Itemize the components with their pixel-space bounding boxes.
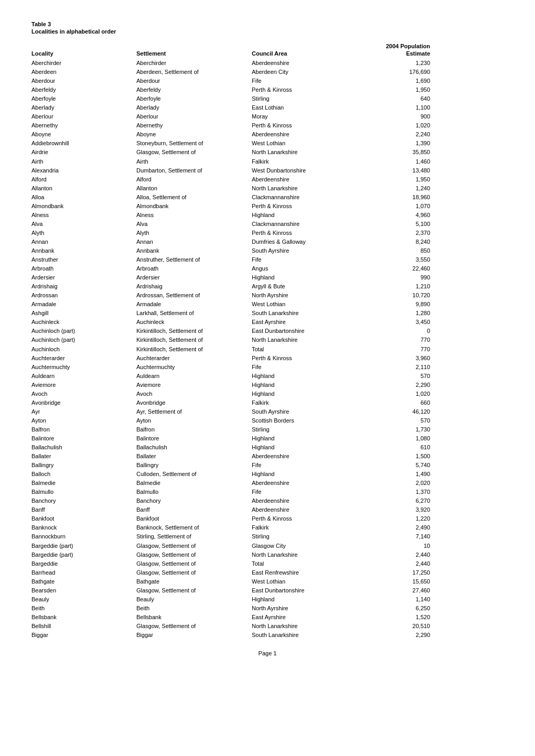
pop-cell: 1,520: [357, 613, 430, 622]
pop-cell: 3,450: [357, 318, 430, 327]
table-row: BeithBeithNorth Ayrshire6,250: [31, 604, 504, 613]
locality-cell: Aberdeen: [31, 68, 136, 77]
settlement-cell: Avoch: [136, 390, 252, 398]
settlement-cell: Aberfeldy: [136, 85, 252, 94]
pop-cell: 1,020: [357, 390, 430, 398]
settlement-cell: Banknock, Settlement of: [136, 523, 252, 532]
estimate-header: Estimate: [357, 50, 430, 57]
pop-cell: 1,390: [357, 139, 430, 148]
table-row: AlythAlythPerth & Kinross2,370: [31, 229, 504, 237]
table-row: Bargeddie (part)Glasgow, Settlement ofNo…: [31, 550, 504, 559]
locality-cell: Ballachulish: [31, 443, 136, 452]
pop-cell: 1,370: [357, 488, 430, 496]
council-cell: Fife: [252, 461, 357, 470]
pop-cell: 20,510: [357, 622, 430, 631]
locality-cell: Annan: [31, 237, 136, 246]
table-row: ArmadaleArmadaleWest Lothian9,890: [31, 300, 504, 309]
locality-cell: Bannockburn: [31, 532, 136, 541]
locality-cell: Ardrossan: [31, 291, 136, 300]
settlement-cell: Glasgow, Settlement of: [136, 559, 252, 568]
table-row: AberfeldyAberfeldyPerth & Kinross1,950: [31, 85, 504, 94]
table-row: AboyneAboyneAberdeenshire2,240: [31, 130, 504, 139]
locality-cell: Armadale: [31, 300, 136, 309]
settlement-header: Settlement: [136, 50, 252, 57]
settlement-cell: Abernethy: [136, 121, 252, 130]
pop-cell: 2,020: [357, 479, 430, 488]
settlement-cell: Kirkintilloch, Settlement of: [136, 345, 252, 354]
table-body: AberchirderAberchirderAberdeenshire1,230…: [31, 59, 504, 640]
table-row: AuchtermuchtyAuchtermuchtyFife2,110: [31, 363, 504, 372]
pop-cell: 176,690: [357, 68, 430, 77]
pop-cell: 990: [357, 273, 430, 282]
locality-cell: Alford: [31, 175, 136, 184]
settlement-cell: Kirkintilloch, Settlement of: [136, 327, 252, 336]
council-cell: Stirling: [252, 425, 357, 434]
settlement-cell: Glasgow, Settlement of: [136, 622, 252, 631]
table-row: BearsdenGlasgow, Settlement ofEast Dunba…: [31, 586, 504, 595]
council-cell: West Lothian: [252, 577, 357, 586]
locality-cell: Auldearn: [31, 372, 136, 381]
locality-cell: Auchinloch (part): [31, 336, 136, 344]
pop-cell: 35,850: [357, 148, 430, 157]
settlement-cell: Balfron: [136, 425, 252, 434]
locality-cell: Airdrie: [31, 148, 136, 157]
locality-cell: Auchinloch: [31, 345, 136, 354]
locality-cell: Abernethy: [31, 121, 136, 130]
locality-cell: Ballingry: [31, 461, 136, 470]
pop-cell: 9,890: [357, 300, 430, 309]
pop-cell: 3,960: [357, 354, 430, 363]
table-row: BeaulyBeaulyHighland1,140: [31, 595, 504, 604]
settlement-cell: Ardrossan, Settlement of: [136, 291, 252, 300]
settlement-cell: Auchinleck: [136, 318, 252, 327]
table-row: AberladyAberladyEast Lothian1,100: [31, 103, 504, 112]
settlement-cell: Beith: [136, 604, 252, 613]
locality-cell: Beauly: [31, 595, 136, 604]
settlement-cell: Glasgow, Settlement of: [136, 586, 252, 595]
council-cell: East Renfrewshire: [252, 568, 357, 577]
locality-cell: Allanton: [31, 184, 136, 193]
pop-cell: 1,460: [357, 157, 430, 166]
locality-cell: Bellsbank: [31, 613, 136, 622]
pop-cell: 8,240: [357, 237, 430, 246]
table-row: AllantonAllantonNorth Lanarkshire1,240: [31, 184, 504, 193]
pop-cell: 3,920: [357, 505, 430, 514]
settlement-cell: Auchtermuchty: [136, 363, 252, 372]
council-cell: Highland: [252, 390, 357, 398]
table-row: ArdrossanArdrossan, Settlement ofNorth A…: [31, 291, 504, 300]
settlement-cell: Biggar: [136, 631, 252, 640]
pop-cell: 1,020: [357, 121, 430, 130]
locality-cell: Biggar: [31, 631, 136, 640]
table-row: AlnessAlnessHighland4,960: [31, 211, 504, 220]
council-cell: Total: [252, 345, 357, 354]
table-row: Auchinloch (part)Kirkintilloch, Settleme…: [31, 336, 504, 344]
pop-cell: 13,480: [357, 166, 430, 175]
pop-cell: 3,550: [357, 255, 430, 264]
settlement-cell: Kirkintilloch, Settlement of: [136, 336, 252, 344]
locality-cell: Banff: [31, 505, 136, 514]
pop-cell: 1,230: [357, 59, 430, 68]
council-cell: Perth & Kinross: [252, 514, 357, 523]
locality-cell: Banknock: [31, 523, 136, 532]
locality-cell: Auchinleck: [31, 318, 136, 327]
table-row: AberfoyleAberfoyleStirling640: [31, 94, 504, 103]
pop-cell: 850: [357, 246, 430, 255]
council-cell: East Ayrshire: [252, 318, 357, 327]
council-cell: Highland: [252, 443, 357, 452]
locality-cell: Ayr: [31, 407, 136, 416]
table-row: AyrAyr, Settlement ofSouth Ayrshire46,12…: [31, 407, 504, 416]
settlement-cell: Ardersier: [136, 273, 252, 282]
table-row: AlmondbankAlmondbankPerth & Kinross1,070: [31, 202, 504, 211]
pop-cell: 4,960: [357, 211, 430, 220]
pop-cell: 2,490: [357, 523, 430, 532]
table-row: BankfootBankfootPerth & Kinross1,220: [31, 514, 504, 523]
locality-cell: Ashgill: [31, 309, 136, 318]
locality-cell: Avonbridge: [31, 398, 136, 407]
settlement-cell: Ayton: [136, 416, 252, 425]
pop-cell: 17,250: [357, 568, 430, 577]
locality-cell: Alness: [31, 211, 136, 220]
locality-cell: Aboyne: [31, 130, 136, 139]
settlement-cell: Arbroath: [136, 264, 252, 273]
settlement-cell: Alness: [136, 211, 252, 220]
pop-cell: 18,960: [357, 193, 430, 202]
pop-cell: 1,140: [357, 595, 430, 604]
